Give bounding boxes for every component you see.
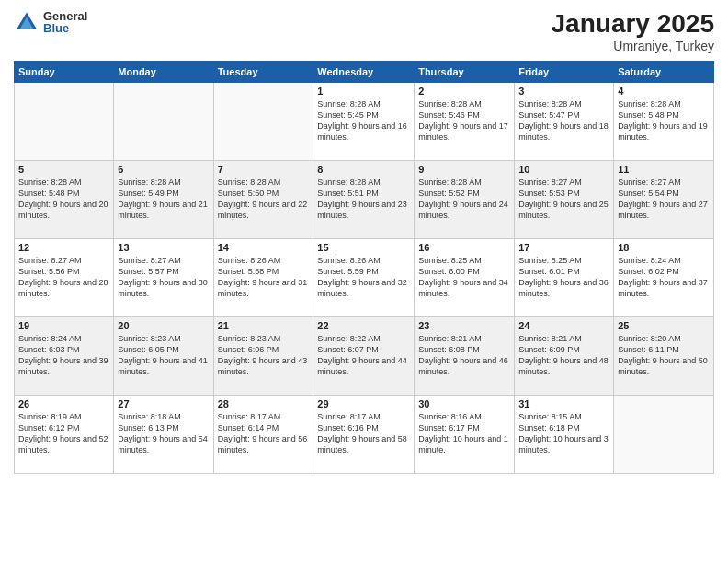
daylight-text: Daylight: 9 hours and 39 minutes. <box>18 355 109 377</box>
day-number: 10 <box>518 164 609 175</box>
calendar-cell: 11 Sunrise: 8:27 AM Sunset: 5:54 PM Dayl… <box>614 161 714 239</box>
cell-info: Sunrise: 8:23 AM Sunset: 6:05 PM Dayligh… <box>118 333 209 378</box>
cell-info: Sunrise: 8:25 AM Sunset: 6:01 PM Dayligh… <box>518 255 609 300</box>
sunrise-text: Sunrise: 8:28 AM <box>518 98 609 109</box>
cell-info: Sunrise: 8:28 AM Sunset: 5:46 PM Dayligh… <box>418 98 510 144</box>
day-number: 14 <box>218 242 310 253</box>
calendar-cell: 30 Sunrise: 8:16 AM Sunset: 6:17 PM Dayl… <box>415 396 515 474</box>
location: Umraniye, Turkey <box>552 39 714 53</box>
sunrise-text: Sunrise: 8:24 AM <box>618 255 710 266</box>
cell-info: Sunrise: 8:15 AM Sunset: 6:18 PM Dayligh… <box>518 411 609 456</box>
sunset-text: Sunset: 6:14 PM <box>218 422 310 433</box>
cell-info: Sunrise: 8:27 AM Sunset: 5:56 PM Dayligh… <box>18 255 109 300</box>
page-header: General Blue January 2025 Umraniye, Turk… <box>14 9 714 53</box>
sunrise-text: Sunrise: 8:25 AM <box>418 255 510 266</box>
sunrise-text: Sunrise: 8:27 AM <box>18 255 109 266</box>
header-sunday: Sunday <box>15 62 114 83</box>
daylight-text: Daylight: 9 hours and 52 minutes. <box>18 433 109 455</box>
day-number: 25 <box>618 320 710 331</box>
sunset-text: Sunset: 6:11 PM <box>618 344 710 355</box>
header-thursday: Thursday <box>415 62 515 83</box>
sunset-text: Sunset: 5:48 PM <box>18 188 109 199</box>
cell-info: Sunrise: 8:28 AM Sunset: 5:52 PM Dayligh… <box>418 177 510 222</box>
calendar-cell: 24 Sunrise: 8:21 AM Sunset: 6:09 PM Dayl… <box>515 317 614 396</box>
daylight-text: Daylight: 9 hours and 24 minutes. <box>418 199 510 221</box>
cell-info: Sunrise: 8:18 AM Sunset: 6:13 PM Dayligh… <box>118 411 209 456</box>
sunset-text: Sunset: 5:48 PM <box>618 109 710 121</box>
day-number: 3 <box>518 86 609 97</box>
day-number: 8 <box>317 164 410 175</box>
cell-info: Sunrise: 8:21 AM Sunset: 6:09 PM Dayligh… <box>518 333 609 378</box>
daylight-text: Daylight: 9 hours and 17 minutes. <box>418 121 510 143</box>
sunrise-text: Sunrise: 8:20 AM <box>618 333 710 344</box>
calendar-cell <box>15 83 114 161</box>
daylight-text: Daylight: 9 hours and 44 minutes. <box>317 355 410 377</box>
cell-info: Sunrise: 8:27 AM Sunset: 5:54 PM Dayligh… <box>618 177 710 222</box>
sunset-text: Sunset: 5:46 PM <box>418 109 510 121</box>
cell-info: Sunrise: 8:28 AM Sunset: 5:47 PM Dayligh… <box>518 98 609 144</box>
sunset-text: Sunset: 5:45 PM <box>317 109 410 121</box>
calendar-cell: 15 Sunrise: 8:26 AM Sunset: 5:59 PM Dayl… <box>313 239 415 317</box>
header-monday: Monday <box>114 62 213 83</box>
cell-info: Sunrise: 8:20 AM Sunset: 6:11 PM Dayligh… <box>618 333 710 378</box>
calendar-cell: 8 Sunrise: 8:28 AM Sunset: 5:51 PM Dayli… <box>313 161 415 239</box>
sunset-text: Sunset: 5:58 PM <box>218 266 310 277</box>
sunset-text: Sunset: 5:56 PM <box>18 266 109 277</box>
calendar-cell <box>114 83 213 161</box>
day-number: 18 <box>618 242 710 253</box>
sunrise-text: Sunrise: 8:16 AM <box>418 411 510 422</box>
daylight-text: Daylight: 9 hours and 31 minutes. <box>218 277 310 299</box>
day-number: 17 <box>518 242 609 253</box>
daylight-text: Daylight: 9 hours and 16 minutes. <box>317 121 410 143</box>
day-number: 6 <box>118 164 209 175</box>
logo-icon <box>14 9 40 35</box>
cell-info: Sunrise: 8:27 AM Sunset: 5:53 PM Dayligh… <box>518 177 609 222</box>
header-friday: Friday <box>515 62 614 83</box>
sunrise-text: Sunrise: 8:18 AM <box>118 411 209 422</box>
calendar-cell: 21 Sunrise: 8:23 AM Sunset: 6:06 PM Dayl… <box>213 317 313 396</box>
daylight-text: Daylight: 9 hours and 25 minutes. <box>518 199 609 221</box>
daylight-text: Daylight: 9 hours and 56 minutes. <box>218 433 310 455</box>
daylight-text: Daylight: 9 hours and 41 minutes. <box>118 355 209 377</box>
cell-info: Sunrise: 8:27 AM Sunset: 5:57 PM Dayligh… <box>118 255 209 300</box>
day-number: 5 <box>18 164 109 175</box>
sunrise-text: Sunrise: 8:28 AM <box>317 177 410 188</box>
calendar-cell <box>213 83 313 161</box>
day-number: 22 <box>317 320 410 331</box>
cell-info: Sunrise: 8:28 AM Sunset: 5:45 PM Dayligh… <box>317 98 410 144</box>
header-wednesday: Wednesday <box>313 62 415 83</box>
sunrise-text: Sunrise: 8:17 AM <box>218 411 310 422</box>
logo: General Blue <box>14 9 87 35</box>
day-number: 9 <box>418 164 510 175</box>
calendar-cell: 6 Sunrise: 8:28 AM Sunset: 5:49 PM Dayli… <box>114 161 213 239</box>
day-number: 16 <box>418 242 510 253</box>
sunset-text: Sunset: 5:53 PM <box>518 188 609 199</box>
calendar-cell: 31 Sunrise: 8:15 AM Sunset: 6:18 PM Dayl… <box>515 396 614 474</box>
day-number: 31 <box>518 398 609 409</box>
sunrise-text: Sunrise: 8:19 AM <box>18 411 109 422</box>
daylight-text: Daylight: 9 hours and 23 minutes. <box>317 199 410 221</box>
calendar-cell: 10 Sunrise: 8:27 AM Sunset: 5:53 PM Dayl… <box>515 161 614 239</box>
calendar-table: Sunday Monday Tuesday Wednesday Thursday… <box>14 61 714 474</box>
calendar-cell: 23 Sunrise: 8:21 AM Sunset: 6:08 PM Dayl… <box>415 317 515 396</box>
sunset-text: Sunset: 6:08 PM <box>418 344 510 355</box>
daylight-text: Daylight: 9 hours and 54 minutes. <box>118 433 209 455</box>
day-number: 1 <box>317 86 410 97</box>
title-block: January 2025 Umraniye, Turkey <box>552 9 714 53</box>
logo-blue: Blue <box>43 22 87 34</box>
daylight-text: Daylight: 9 hours and 30 minutes. <box>118 277 209 299</box>
cell-info: Sunrise: 8:24 AM Sunset: 6:03 PM Dayligh… <box>18 333 109 378</box>
day-number: 15 <box>317 242 410 253</box>
day-number: 11 <box>618 164 710 175</box>
sunrise-text: Sunrise: 8:27 AM <box>518 177 609 188</box>
sunrise-text: Sunrise: 8:17 AM <box>317 411 410 422</box>
daylight-text: Daylight: 9 hours and 34 minutes. <box>418 277 510 299</box>
sunset-text: Sunset: 5:49 PM <box>118 188 209 199</box>
cell-info: Sunrise: 8:23 AM Sunset: 6:06 PM Dayligh… <box>218 333 310 378</box>
sunrise-text: Sunrise: 8:26 AM <box>218 255 310 266</box>
day-number: 7 <box>218 164 310 175</box>
sunset-text: Sunset: 6:12 PM <box>18 422 109 433</box>
sunrise-text: Sunrise: 8:28 AM <box>218 177 310 188</box>
cell-info: Sunrise: 8:22 AM Sunset: 6:07 PM Dayligh… <box>317 333 410 378</box>
sunset-text: Sunset: 6:13 PM <box>118 422 209 433</box>
